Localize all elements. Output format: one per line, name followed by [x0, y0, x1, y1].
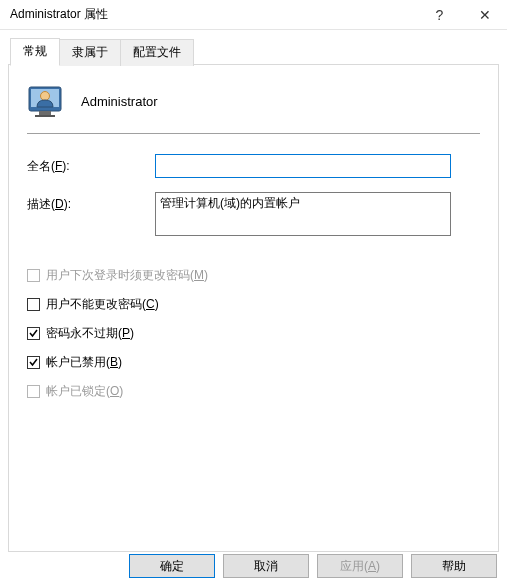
must-change-password-checkbox — [27, 269, 40, 282]
svg-point-4 — [41, 92, 50, 101]
fullname-row: 全名(F): — [27, 154, 480, 178]
description-label: 描述(D): — [27, 192, 155, 213]
cannot-change-password-label: 用户不能更改密码(C) — [46, 296, 159, 313]
fullname-label: 全名(F): — [27, 154, 155, 175]
account-disabled-label: 帐户已禁用(B) — [46, 354, 122, 371]
description-input[interactable]: 管理计算机(域)的内置帐户 — [155, 192, 451, 236]
must-change-password-label: 用户下次登录时须更改密码(M) — [46, 267, 208, 284]
window-title: Administrator 属性 — [10, 6, 417, 23]
user-icon — [27, 83, 63, 119]
account-locked-label: 帐户已锁定(O) — [46, 383, 123, 400]
account-disabled-row[interactable]: 帐户已禁用(B) — [27, 354, 480, 371]
tabstrip: 常规 隶属于 配置文件 — [10, 38, 499, 65]
help-button[interactable]: ? — [417, 0, 462, 30]
account-disabled-checkbox[interactable] — [27, 356, 40, 369]
separator — [27, 133, 480, 134]
apply-button: 应用(A) — [317, 554, 403, 578]
description-row: 描述(D): 管理计算机(域)的内置帐户 — [27, 192, 480, 239]
username-label: Administrator — [81, 94, 158, 109]
tab-member-of[interactable]: 隶属于 — [59, 39, 121, 66]
ok-button[interactable]: 确定 — [129, 554, 215, 578]
password-never-expires-row[interactable]: 密码永不过期(P) — [27, 325, 480, 342]
svg-rect-3 — [35, 115, 55, 117]
account-locked-checkbox — [27, 385, 40, 398]
cannot-change-password-row[interactable]: 用户不能更改密码(C) — [27, 296, 480, 313]
password-never-expires-label: 密码永不过期(P) — [46, 325, 134, 342]
password-never-expires-checkbox[interactable] — [27, 327, 40, 340]
cannot-change-password-checkbox[interactable] — [27, 298, 40, 311]
dialog-body: 常规 隶属于 配置文件 Administrator 全名(F): — [0, 30, 507, 548]
must-change-password-row: 用户下次登录时须更改密码(M) — [27, 267, 480, 284]
tab-profile[interactable]: 配置文件 — [120, 39, 194, 66]
svg-rect-2 — [39, 111, 51, 115]
titlebar: Administrator 属性 ? ✕ — [0, 0, 507, 30]
dialog-buttons: 确定 取消 应用(A) 帮助 — [129, 554, 497, 578]
help-button-bottom[interactable]: 帮助 — [411, 554, 497, 578]
fullname-input[interactable] — [155, 154, 451, 178]
tab-panel-general: Administrator 全名(F): 描述(D): 管理计算机(域)的内置帐… — [8, 64, 499, 552]
account-locked-row: 帐户已锁定(O) — [27, 383, 480, 400]
cancel-button[interactable]: 取消 — [223, 554, 309, 578]
user-header: Administrator — [27, 83, 480, 119]
tab-general[interactable]: 常规 — [10, 38, 60, 66]
close-button[interactable]: ✕ — [462, 0, 507, 30]
